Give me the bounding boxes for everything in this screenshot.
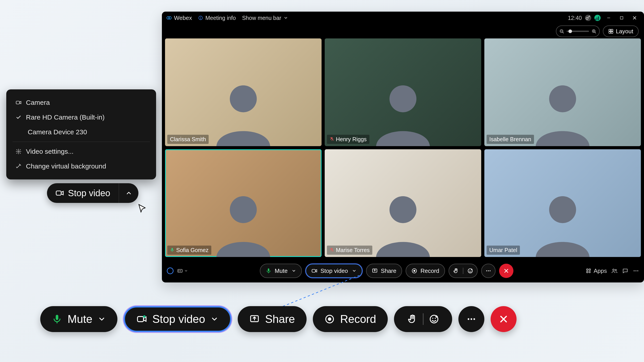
video-grid: Clarissa SmithHenry RiggsIsabelle Brenna… (162, 38, 644, 259)
person-silhouette (359, 183, 447, 257)
person-silhouette (359, 72, 447, 146)
window-close-button[interactable] (630, 13, 640, 23)
share-button[interactable]: Share (366, 264, 402, 278)
show-menu-bar-button[interactable]: Show menu bar (242, 15, 288, 21)
participant-name-tag: Henry Riggs (327, 135, 370, 144)
chevron-up-icon (126, 190, 132, 196)
person-silhouette (200, 183, 287, 257)
window-maximize-button[interactable] (617, 13, 626, 23)
share-icon (372, 268, 378, 274)
app-brand[interactable]: Webex (166, 14, 192, 21)
more-icon (486, 268, 491, 274)
record-icon (412, 268, 417, 274)
big-more-button[interactable] (458, 306, 484, 332)
apps-panel-button[interactable]: Apps (586, 268, 607, 274)
zoom-in-icon[interactable] (591, 28, 597, 34)
layout-grid-icon (608, 28, 614, 34)
closed-captions-button[interactable] (177, 268, 188, 274)
participant-name: Clarissa Smith (170, 136, 206, 143)
divider (463, 268, 463, 274)
zoom-control[interactable] (556, 25, 600, 37)
meeting-info-label: Meeting info (205, 15, 236, 21)
virtual-background-item[interactable]: Change virtual background (6, 159, 156, 174)
chat-panel-button[interactable] (622, 268, 628, 274)
participants-panel-button[interactable] (611, 268, 618, 274)
zoom-slider[interactable] (567, 31, 589, 32)
window-minimize-button[interactable] (604, 13, 614, 23)
panel-options-button[interactable] (633, 268, 639, 274)
apps-icon (586, 268, 592, 274)
big-stop-video-button[interactable]: Stop video (124, 306, 232, 332)
big-reactions-button[interactable] (394, 306, 452, 332)
record-button[interactable]: Record (406, 264, 445, 278)
participant-name-tag: Clarissa Smith (167, 135, 209, 144)
stop-video-button[interactable]: Stop video (306, 264, 362, 278)
participant-name: Isabelle Brennan (489, 136, 531, 143)
video-tile-5[interactable]: Umar Patel (484, 149, 641, 257)
layout-bar: Layout (162, 24, 644, 38)
record-icon (324, 314, 335, 324)
raise-hand-icon[interactable] (453, 268, 459, 274)
big-share-label: Share (265, 313, 295, 326)
video-tile-4[interactable]: Marise Torres (325, 149, 481, 257)
mic-muted-icon (330, 136, 334, 143)
stop-video-label: Stop video (320, 268, 348, 274)
chevron-down-icon[interactable] (98, 315, 106, 323)
emoji-icon[interactable] (429, 314, 439, 324)
big-leave-button[interactable] (490, 306, 516, 332)
zoom-out-icon[interactable] (558, 28, 565, 34)
layout-label: Layout (616, 28, 633, 35)
participant-name: Marise Torres (336, 247, 370, 253)
chevron-down-icon[interactable] (210, 315, 218, 323)
chevron-down-icon[interactable] (292, 269, 296, 273)
participant-name-tag: Umar Patel (486, 246, 520, 255)
layout-button[interactable]: Layout (603, 25, 639, 37)
camera-device-1[interactable]: Camera Device 230 (6, 125, 156, 139)
big-share-button[interactable]: Share (238, 306, 306, 332)
titlebar: Webex Meeting info Show menu bar 12:40 (162, 12, 644, 24)
video-tile-1[interactable]: Henry Riggs (325, 38, 481, 146)
big-stop-video-label: Stop video (152, 313, 205, 326)
meeting-info-button[interactable]: Meeting info (198, 15, 236, 21)
assistant-icon[interactable] (167, 268, 174, 274)
stop-video-callout-caret[interactable] (119, 183, 138, 203)
big-mute-button[interactable]: Mute (40, 306, 118, 332)
video-tile-3[interactable]: Sofia Gomez (165, 149, 322, 257)
video-tile-2[interactable]: Isabelle Brennan (484, 38, 641, 146)
leave-meeting-button[interactable] (499, 264, 514, 278)
close-icon (499, 314, 508, 324)
big-record-button[interactable]: Record (313, 306, 388, 332)
cursor-icon (137, 203, 147, 213)
video-tile-0[interactable]: Clarissa Smith (165, 38, 322, 146)
stop-video-callout-label: Stop video (68, 188, 110, 198)
raise-hand-icon[interactable] (407, 314, 418, 324)
camera-icon (312, 268, 317, 274)
emoji-icon[interactable] (467, 268, 473, 274)
camera-device-0-label: Rare HD Camera (Built-in) (26, 113, 105, 121)
stop-video-callout[interactable]: Stop video (47, 183, 138, 203)
video-settings-item[interactable]: Video settings... (6, 144, 156, 159)
apps-label: Apps (594, 268, 607, 274)
more-options-button[interactable] (481, 264, 496, 278)
camera-icon (56, 189, 64, 197)
camera-device-1-label: Camera Device 230 (28, 128, 87, 136)
virtual-background-label: Change virtual background (26, 162, 106, 170)
big-record-label: Record (340, 313, 376, 326)
participant-name: Umar Patel (489, 247, 517, 253)
mic-on-icon (170, 247, 174, 253)
reactions-button[interactable] (448, 264, 478, 278)
divider (423, 313, 424, 325)
participant-name-tag: Isabelle Brennan (486, 135, 534, 144)
share-label: Share (381, 268, 396, 274)
encryption-icon[interactable] (585, 15, 591, 21)
participant-name-tag: Sofia Gomez (167, 246, 211, 255)
close-icon (504, 268, 509, 274)
mute-button[interactable]: Mute (260, 264, 302, 278)
separator (12, 142, 150, 142)
share-icon (249, 314, 260, 324)
chevron-down-icon[interactable] (352, 269, 356, 273)
network-signal-icon[interactable] (594, 15, 600, 21)
participant-name: Sofia Gomez (176, 247, 209, 253)
camera-header: Camera (6, 95, 156, 110)
camera-device-0[interactable]: Rare HD Camera (Built-in) (6, 110, 156, 125)
